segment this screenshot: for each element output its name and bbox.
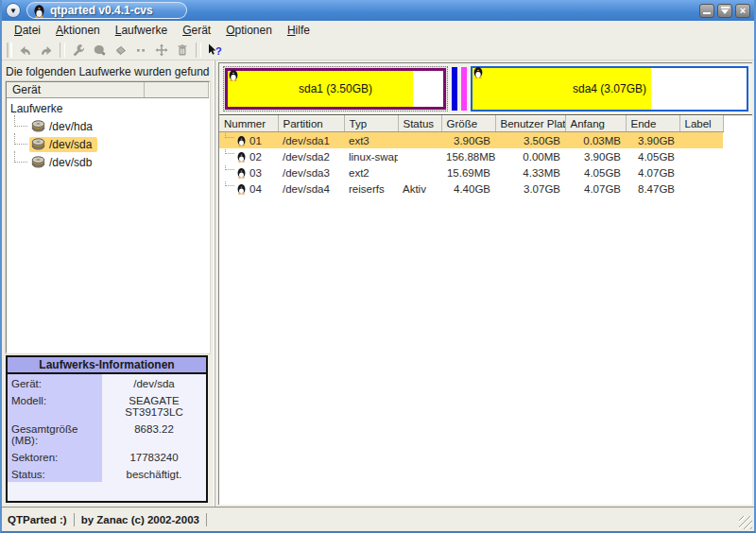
- column-header-typ[interactable]: Typ: [344, 116, 398, 132]
- found-devices-label: Die folgenden Laufwerke wurden gefunden:: [6, 62, 210, 81]
- column-header-anfang[interactable]: Anfang: [565, 116, 626, 132]
- column-header-status[interactable]: Status: [398, 116, 441, 132]
- delete-button[interactable]: [172, 41, 193, 60]
- table-row-sda3[interactable]: 03 /dev/sda3 ext2 15.69MB 4.33MB 4.05GB …: [219, 164, 723, 181]
- maximize-button[interactable]: [717, 4, 732, 18]
- main-area: Die folgenden Laufwerke wurden gefunden:…: [2, 60, 754, 507]
- device-pane: Die folgenden Laufwerke wurden gefunden:…: [2, 60, 210, 507]
- sda1-label: sda1 (3.50GB): [228, 82, 443, 95]
- window-title: qtparted v0.4.1-cvs: [50, 4, 153, 17]
- info-row-modell: Modell: SEAGATE ST39173LC: [8, 391, 206, 420]
- redo-button[interactable]: [36, 41, 57, 60]
- statusbar-separator: [74, 513, 75, 526]
- tree-root-laufwerke[interactable]: Laufwerke: [9, 100, 207, 117]
- wrench-icon: [71, 43, 86, 58]
- info-label: Gerät:: [8, 374, 102, 391]
- column-header-empty[interactable]: [145, 82, 209, 97]
- create-button[interactable]: [89, 41, 110, 60]
- column-header-ende[interactable]: Ende: [626, 116, 679, 132]
- tree-item-dev-sdb[interactable]: /dev/sdb: [9, 153, 207, 171]
- tree-branch: [225, 164, 234, 170]
- info-row-sektoren: Sektoren: 17783240: [8, 448, 206, 465]
- pane-splitter[interactable]: [210, 60, 218, 507]
- column-header-benutzer-platz[interactable]: Benutzer Platz: [495, 116, 565, 132]
- disk-icon: [31, 120, 45, 132]
- info-label: Gesamtgröße (MB):: [8, 420, 102, 448]
- qtparted-window: ▼ qtparted v0.4.1-cvs × Datei Aktionen L…: [0, 0, 756, 533]
- partition-bar-strip: sda1 (3.50GB) sda4 (3.07GB): [219, 63, 752, 115]
- tree-branch: [225, 181, 234, 186]
- window-menu-button[interactable]: ▼: [6, 3, 21, 18]
- device-tree-header: Gerät: [7, 82, 209, 98]
- paint-icon: [92, 43, 107, 58]
- properties-button[interactable]: [68, 41, 89, 60]
- info-row-gesamtgroesse: Gesamtgröße (MB): 8683.22: [8, 420, 206, 448]
- partition-pane: sda1 (3.50GB) sda4 (3.07GB): [218, 62, 752, 505]
- table-row-sda1[interactable]: 01 /dev/sda1 ext3 3.90GB 3.50GB 0.03MB 3…: [219, 132, 723, 149]
- maximize-icon: [721, 7, 730, 14]
- column-header-nummer[interactable]: Nummer: [219, 116, 278, 132]
- device-label: /dev/hda: [49, 120, 93, 133]
- tux-icon: [473, 66, 483, 78]
- partition-bar-sda1[interactable]: sda1 (3.50GB): [223, 66, 448, 112]
- erase-button[interactable]: [110, 41, 130, 60]
- disk-icon: [31, 138, 45, 150]
- column-header-groesse[interactable]: Größe: [441, 116, 495, 132]
- whats-this-button[interactable]: ?: [204, 41, 225, 60]
- column-header-geraet[interactable]: Gerät: [7, 82, 145, 97]
- menu-laufwerke[interactable]: Laufwerke: [109, 22, 174, 39]
- resize-button[interactable]: [130, 41, 151, 60]
- whats-this-icon: ?: [207, 43, 222, 58]
- tree-item-dev-hda[interactable]: /dev/hda: [9, 117, 207, 135]
- app-icon: [33, 4, 45, 18]
- partition-bar-sda3[interactable]: [461, 67, 467, 111]
- info-value: 8683.22: [102, 420, 206, 448]
- tree-item-dev-sda[interactable]: /dev/sda: [9, 135, 207, 153]
- title-capsule: qtparted v0.4.1-cvs: [26, 2, 187, 19]
- info-label: Sektoren:: [8, 448, 102, 465]
- column-header-partition[interactable]: Partition: [278, 116, 344, 132]
- partition-bar-sda4[interactable]: sda4 (3.07GB): [471, 66, 748, 112]
- table-row-sda2[interactable]: 02 /dev/sda2 linux-swap 156.88MB 0.00MB …: [219, 148, 723, 164]
- info-value: SEAGATE ST39173LC: [102, 391, 206, 420]
- info-value: beschäftigt.: [102, 465, 206, 482]
- info-value: 17783240: [102, 448, 206, 465]
- menu-aktionen[interactable]: Aktionen: [49, 22, 107, 39]
- column-header-label[interactable]: Label: [679, 116, 723, 132]
- drive-info-panel: Laufwerks-Informationen Gerät: /dev/sda …: [6, 355, 208, 503]
- toolbar-separator: [60, 43, 65, 58]
- info-label: Modell:: [8, 391, 102, 420]
- info-value: /dev/sda: [102, 374, 206, 391]
- titlebar[interactable]: ▼ qtparted v0.4.1-cvs ×: [2, 0, 754, 21]
- redo-icon: [39, 43, 54, 58]
- device-label: /dev/sda: [49, 138, 92, 151]
- partition-bar-sda2[interactable]: [452, 67, 457, 111]
- toolbar: ?: [2, 40, 754, 60]
- tux-icon: [237, 167, 246, 179]
- disk-icon: [31, 156, 45, 168]
- resize-grip[interactable]: [739, 516, 752, 529]
- info-row-status: Status: beschäftigt.: [8, 465, 206, 482]
- toolbar-separator: [196, 43, 201, 58]
- menu-optionen[interactable]: Optionen: [219, 22, 279, 39]
- resize-dots-icon: [133, 43, 148, 58]
- trash-icon: [175, 43, 190, 58]
- partition-table: Nummer Partition Typ Status Größe Benutz…: [219, 115, 724, 197]
- close-button[interactable]: ×: [735, 4, 750, 18]
- move-button[interactable]: [151, 41, 172, 60]
- eraser-icon: [112, 43, 128, 58]
- menu-hilfe[interactable]: Hilfe: [281, 22, 317, 39]
- device-tree-body: Laufwerke /dev/hda: [7, 98, 209, 173]
- menu-datei[interactable]: Datei: [8, 22, 47, 39]
- table-row-sda4[interactable]: 04 /dev/sda4 reiserfs Aktiv 4.40GB 3.07G…: [219, 181, 723, 197]
- move-icon: [154, 43, 169, 58]
- menu-geraet[interactable]: Gerät: [176, 22, 217, 39]
- minimize-button[interactable]: [699, 4, 714, 18]
- statusbar-separator: [206, 513, 207, 526]
- undo-button[interactable]: [15, 41, 36, 60]
- svg-text:?: ?: [215, 44, 222, 56]
- toolbar-grip[interactable]: [7, 43, 12, 58]
- tux-icon: [237, 135, 246, 146]
- device-label: /dev/sdb: [49, 156, 92, 169]
- sda4-label: sda4 (3.07GB): [472, 82, 747, 95]
